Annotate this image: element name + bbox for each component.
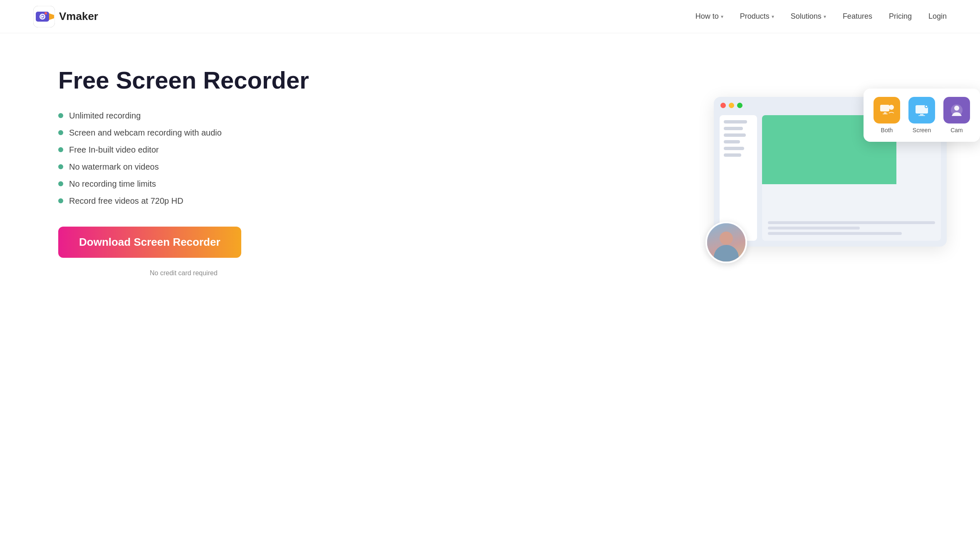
content-line [768,227,860,230]
recording-panel: Both Screen [864,89,980,142]
bullet-dot [58,198,63,203]
content-lines [768,221,935,235]
main-nav: How to ▾ Products ▾ Solutions ▾ Features… [695,12,947,21]
header: Vmaker How to ▾ Products ▾ Solutions ▾ F… [0,0,980,33]
nav-login[interactable]: Login [928,12,947,21]
cam-icon-svg [949,102,965,118]
dot-red [720,103,726,108]
browser-dots [714,97,749,114]
feature-text: Unlimited recording [69,111,141,121]
hero-section: Free Screen Recorder Unlimited recording… [0,33,980,302]
feature-list: Unlimited recordingScreen and webcam rec… [58,111,309,206]
content-line [768,221,935,224]
screen-icon-svg [914,102,930,118]
dot-yellow [729,103,734,108]
chevron-down-icon: ▾ [721,14,723,20]
svg-point-16 [926,106,927,107]
feature-item: Screen and webcam recording with audio [58,128,309,138]
bullet-dot [58,130,63,135]
screen-icon [908,97,935,123]
chevron-down-icon: ▾ [772,14,774,20]
nav-how-to[interactable]: How to ▾ [695,12,723,21]
feature-item: Unlimited recording [58,111,309,121]
cam-label: Cam [950,127,963,133]
rec-option-screen[interactable]: Screen [908,97,935,133]
bullet-dot [58,147,63,152]
feature-item: Record free videos at 720p HD [58,196,309,206]
nav-features[interactable]: Features [843,12,872,21]
nav-pricing[interactable]: Pricing [889,12,912,21]
both-icon-svg [879,102,895,118]
rec-option-cam[interactable]: Cam [943,97,970,133]
both-label: Both [881,127,893,133]
feature-text: Free In-built video editor [69,145,159,155]
hero-right: Both Screen [309,97,947,247]
sidebar-line [724,133,746,137]
both-icon [874,97,900,123]
logo-text: Vmaker [59,10,98,23]
bullet-dot [58,164,63,169]
sidebar-line [724,120,747,123]
webcam-person [707,223,745,262]
sidebar-line [724,140,740,143]
download-button[interactable]: Download Screen Recorder [58,227,241,258]
content-line [768,232,902,235]
rec-option-both[interactable]: Both [874,97,900,133]
chevron-down-icon: ▾ [824,14,826,20]
svg-point-11 [889,105,894,110]
bullet-dot [58,113,63,118]
screen-label: Screen [913,127,931,133]
dot-green [737,103,742,108]
svg-point-5 [45,12,47,15]
svg-point-18 [954,106,959,111]
feature-text: Screen and webcam recording with audio [69,128,222,138]
feature-text: Record free videos at 720p HD [69,196,183,206]
nav-products[interactable]: Products ▾ [740,12,774,21]
hero-title: Free Screen Recorder [58,67,309,94]
feature-text: No recording time limits [69,179,156,189]
svg-rect-14 [918,115,925,116]
nav-solutions[interactable]: Solutions ▾ [791,12,826,21]
feature-text: No watermark on videos [69,162,159,172]
logo[interactable]: Vmaker [33,6,98,27]
svg-rect-10 [883,114,888,114]
feature-item: Free In-built video editor [58,145,309,155]
sidebar-line [724,127,743,130]
bullet-dot [58,181,63,186]
feature-item: No recording time limits [58,179,309,189]
svg-rect-9 [884,112,886,114]
logo-icon [33,6,55,27]
cam-icon [943,97,970,123]
sidebar-line [724,153,741,157]
browser-window: Both Screen [714,97,947,247]
svg-rect-13 [920,114,923,115]
cta-wrap: Download Screen Recorder No credit card … [58,227,309,277]
hero-left: Free Screen Recorder Unlimited recording… [58,67,309,277]
svg-rect-8 [880,105,889,111]
sidebar-line [724,147,744,150]
feature-item: No watermark on videos [58,162,309,172]
webcam-bubble [705,222,747,263]
no-credit-text: No credit card required [58,269,309,277]
